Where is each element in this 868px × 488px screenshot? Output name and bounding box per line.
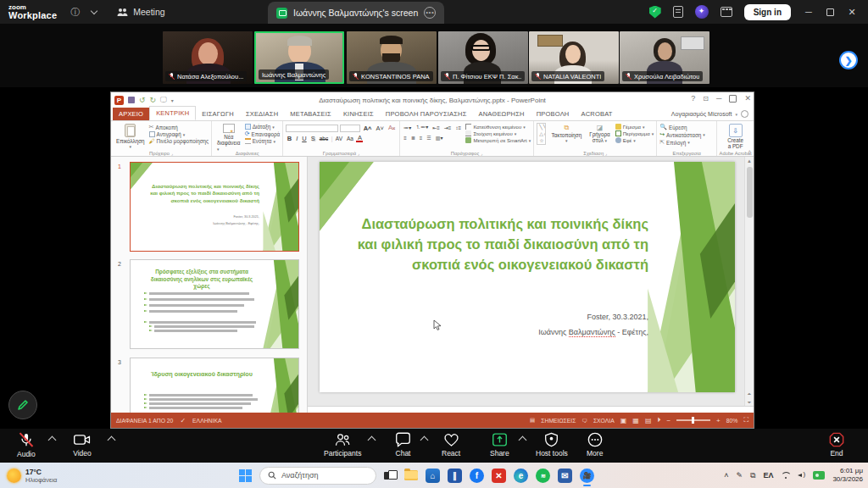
save-icon[interactable] <box>128 97 135 103</box>
close-button[interactable]: ✕ <box>846 7 858 18</box>
slideshow-view-icon[interactable]: ⏵ <box>657 416 660 424</box>
clock[interactable]: 6:01 μμ 30/3/2026 <box>832 467 863 485</box>
copy-button[interactable]: Αντιγραφή ▾ <box>149 131 209 137</box>
justify-button[interactable]: ☰ <box>426 135 432 141</box>
app-icon-blue[interactable]: ∥ <box>448 469 462 483</box>
fit-slide-button[interactable]: ⛶ <box>743 416 748 424</box>
tab-shared-screen[interactable]: Ιωάννης Βαλμαντώνης's screen ••• <box>268 2 444 24</box>
font-size-select[interactable] <box>340 125 360 132</box>
zoom-slider[interactable] <box>676 419 710 421</box>
arrange-button[interactable]: ⧉ Τακτοποίηση▾ <box>548 123 584 144</box>
smartart-button[interactable]: Μετατροπή σε SmartArt ▾ <box>465 137 531 143</box>
ribbon-options-button[interactable]: ⊡ <box>703 95 709 103</box>
replace-button[interactable]: ↪Αντικατάσταση ▾ <box>659 131 714 138</box>
align-text-button[interactable]: Στοίχιση κειμένου ▾ <box>465 130 531 136</box>
audio-options-chevron[interactable] <box>48 436 57 445</box>
reset-button[interactable]: ⟳Επαναφορά <box>245 130 281 137</box>
notes-icon[interactable] <box>673 6 683 18</box>
info-icon[interactable]: ⓘ <box>70 6 80 19</box>
scrollbar-thumb[interactable] <box>747 167 753 218</box>
clear-formatting-button[interactable]: A𝄪 <box>387 124 396 132</box>
reading-view-icon[interactable]: ▤ <box>645 417 652 424</box>
slide-subtitle-line1[interactable]: Foster, 30.3.2021, <box>404 313 648 321</box>
tab-insert[interactable]: ΕΙΣΑΓΩΓΗ <box>196 108 240 120</box>
task-view-icon[interactable] <box>384 470 397 481</box>
tab-meeting[interactable]: Meeting <box>117 7 164 17</box>
account-menu[interactable]: Λογαριασμός Microsoft ▾ <box>671 110 748 118</box>
sign-in-button[interactable]: Sign in <box>744 4 791 20</box>
tab-transitions[interactable]: ΜΕΤΑΒΑΣΕΙΣ <box>284 108 337 120</box>
video-options-chevron[interactable] <box>108 436 116 445</box>
spellcheck-icon[interactable]: ✓ <box>180 417 186 424</box>
snip-tray-icon[interactable]: ⧉ <box>750 471 755 480</box>
meeting-active-tray-icon[interactable] <box>813 471 825 480</box>
security-shield-icon[interactable] <box>649 6 661 19</box>
tab-design[interactable]: ΣΧΕΔΙΑΣΗ <box>240 108 284 120</box>
tab-home[interactable]: ΚΕΝΤΡΙΚΗ <box>149 106 196 120</box>
microsoft-store-icon[interactable]: ⌂ <box>426 469 440 483</box>
columns-button[interactable]: ▥▾ <box>434 135 444 141</box>
ppt-minimize-button[interactable]: ─ <box>716 94 721 103</box>
slide-title[interactable]: Διασταύρωση πολιτικής και ποινικής δίκης… <box>345 214 648 275</box>
format-painter-button[interactable]: 🖌Πινέλο μορφοποίησης <box>149 138 209 144</box>
video-tile[interactable]: Π. Φίτσιου ΕΚΨ Π. Σακ... <box>438 31 528 84</box>
participants-options-chevron[interactable] <box>368 436 376 445</box>
vertical-scrollbar[interactable]: ▲ ⏶ ⏷ ▼ <box>744 157 754 414</box>
slide-thumbnail-2[interactable]: Πρόσφατες εξελίξεις στα συστήματα δικαιο… <box>130 259 299 349</box>
zoom-percentage[interactable]: 80% <box>726 418 738 424</box>
notes-toggle[interactable]: ΣΗΜΕΙΩΣΕΙΣ <box>541 418 576 424</box>
numbering-button[interactable]: ⒈≕▾ <box>415 124 430 131</box>
weather-widget[interactable]: 17°C Ηλιοφάνεια <box>7 468 57 484</box>
qat-dropdown-icon[interactable]: ▾ <box>171 97 174 103</box>
bullets-button[interactable]: ≔▾ <box>403 125 413 130</box>
minimize-button[interactable]: ─ <box>803 7 815 17</box>
tab-options-icon[interactable]: ••• <box>424 7 436 19</box>
chat-options-chevron[interactable] <box>420 436 429 445</box>
zoom-in-button[interactable]: + <box>716 417 721 424</box>
select-button[interactable]: ⇱Επιλογή ▾ <box>659 139 714 146</box>
character-spacing-button[interactable]: AV <box>334 136 343 141</box>
tray-chevron-up-icon[interactable]: ˄ <box>724 471 728 480</box>
font-name-select[interactable] <box>286 125 338 132</box>
video-tile[interactable]: NATALIA VALEONTI <box>529 31 619 84</box>
spotify-icon[interactable]: ≋ <box>536 469 550 483</box>
audio-button[interactable]: Audio <box>17 432 36 458</box>
align-center-button[interactable]: ≣ <box>409 135 416 141</box>
create-pdf-button[interactable]: ⇩ Create a PDF <box>720 123 751 150</box>
slide-thumbnail-1[interactable]: Διασταύρωση πολιτικής και ποινικής δίκης… <box>130 162 299 252</box>
slide-subtitle-line2[interactable]: Ιωάννης Βαλμαντώνης - Εφέτης, <box>404 328 648 336</box>
strikethrough-button[interactable]: abc <box>318 136 329 141</box>
change-case-button[interactable]: Aa <box>345 136 354 141</box>
participants-button[interactable]: Participants <box>324 432 361 458</box>
video-tile[interactable]: KONSTANTINOS PANA... <box>347 31 437 84</box>
next-participants-page-button[interactable]: ❯ <box>839 51 858 69</box>
video-button[interactable]: Video <box>73 432 92 458</box>
zoom-out-button[interactable]: − <box>666 417 670 424</box>
more-button[interactable]: More <box>587 432 603 458</box>
help-button[interactable]: ? <box>691 94 695 103</box>
undo-icon[interactable]: ↺ <box>139 96 146 104</box>
tab-slideshow[interactable]: ΠΡΟΒΟΛΗ ΠΑΡΟΥΣΙΑΣΗΣ <box>380 108 473 120</box>
mail-app-icon[interactable]: ✉ <box>558 469 572 483</box>
slide-canvas[interactable]: Διασταύρωση πολιτικής και ποινικής δίκης… <box>320 162 735 392</box>
quick-styles-button[interactable]: ◪ Γρήγορα στυλ ▾ <box>587 123 612 144</box>
react-button[interactable]: React <box>442 432 460 458</box>
text-direction-button[interactable]: Κατεύθυνση κειμένου ▾ <box>465 124 531 130</box>
zoom-app-icon[interactable]: 🎥 <box>580 469 594 483</box>
find-button[interactable]: 🔍Εύρεση <box>659 124 714 130</box>
wifi-icon[interactable] <box>781 472 790 480</box>
end-meeting-button[interactable]: End <box>829 432 844 458</box>
shape-effects-button[interactable]: Εφέ ▾ <box>615 137 654 143</box>
facebook-icon[interactable]: f <box>470 469 484 483</box>
redo-icon[interactable]: ↻ <box>150 96 157 104</box>
pen-tray-icon[interactable]: ✎ <box>736 471 743 480</box>
start-button[interactable] <box>239 469 252 482</box>
ppt-titlebar[interactable]: P ↺ ↻ 🖵 ▾ Διασταύρωση πολιτικής και ποιν… <box>111 92 754 108</box>
scroll-up-icon[interactable]: ▲ <box>745 157 754 164</box>
ai-companion-icon[interactable] <box>695 5 709 19</box>
indent-increase-button[interactable]: ⇥≡ <box>442 125 453 130</box>
collapse-ribbon-button[interactable]: ˄ <box>748 149 751 154</box>
video-tile-active-speaker[interactable]: Ιωάννης Βαλμαντώνης <box>254 31 344 84</box>
annotation-button[interactable] <box>8 391 37 419</box>
underline-button[interactable]: U <box>301 135 308 142</box>
